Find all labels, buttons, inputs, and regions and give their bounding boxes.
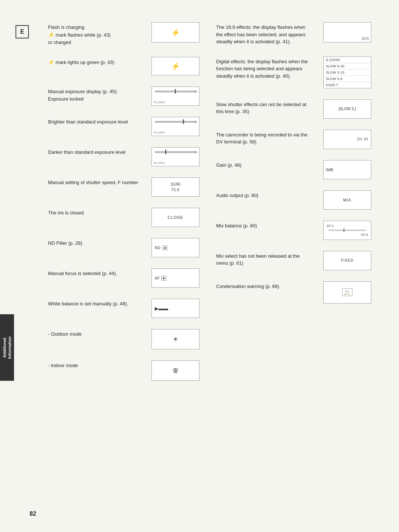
entry-exposure-locked: Manual exposure display (p. 45): Exposur…	[48, 87, 205, 106]
wb-box: ▶▬▬	[151, 299, 200, 318]
page: E Additional Information Flash is chargi…	[0, 0, 399, 532]
elock-marker-r	[183, 119, 184, 124]
elock-bar-container-r: ▷	[155, 121, 196, 123]
st2-label: ST-2	[361, 233, 368, 237]
gain-box: 0dB	[323, 160, 371, 179]
main-content: Flash is charging ⚡ mark flashes white (…	[48, 22, 377, 392]
169-box: 16:9	[323, 22, 371, 43]
indoor-symbol: ⚢	[173, 367, 178, 374]
indoor-text: - Indoor mode	[48, 360, 140, 369]
exposure-locked-text: Manual exposure display (p. 45): Exposur…	[48, 87, 140, 102]
shutter-text: Manual setting of shutter speed, F numbe…	[48, 177, 140, 186]
elock-text-r: E.LOCK	[154, 131, 165, 134]
nd-indicator: ■	[163, 245, 167, 250]
entry-indoor: - Indoor mode ⚢	[48, 360, 205, 381]
slow-shutter-icon: [SLOW S.]	[318, 99, 377, 119]
elock-bar-track: ▷	[155, 91, 196, 92]
slow-shutter-text: Slow shutter effects can not be selected…	[216, 99, 312, 115]
st-box: ST-1 ST-2	[323, 221, 371, 240]
mix-balance-icon: ST-1 ST-2	[318, 221, 377, 240]
entry-brighter: Brighter than standard exposure level ▷ …	[48, 117, 205, 136]
manual-focus-icon: AF ■	[146, 268, 205, 288]
indoor-icon: ⚢	[146, 360, 205, 381]
entry-shutter: Manual setting of shutter speed, F numbe…	[48, 177, 205, 197]
mix-box: MIX	[323, 190, 371, 210]
flash-green-text: ⚡ mark lights up green (p. 43)	[48, 57, 140, 66]
outdoor-icon: ☀	[146, 329, 205, 349]
slow-s-label: [SLOW S.]	[338, 107, 356, 111]
fixed-label: FIXED	[341, 258, 354, 262]
shutter-value: S1/60F1.6	[171, 182, 180, 193]
elock-marker-l	[165, 150, 166, 154]
de-row-dzoom: D.ZOOM	[324, 57, 371, 63]
flash-charging-text: Flash is charging ⚡ mark flashes white (…	[48, 22, 140, 46]
entry-condensation: Condensation warning (p. 68) 🚬	[216, 281, 377, 304]
af-label: AF	[155, 276, 160, 280]
shutter-box: S1/60F1.6	[151, 177, 200, 197]
indoor-box: ⚢	[151, 360, 200, 381]
elock-bar-track-l: ▷	[155, 151, 196, 153]
st1-label: ST-1	[327, 224, 334, 228]
dv-in-label: DV IN	[357, 137, 368, 141]
condensation-symbol: 🚬	[342, 288, 352, 296]
left-column: Flash is charging ⚡ mark flashes white (…	[48, 22, 212, 392]
condensation-box: 🚬	[323, 281, 371, 304]
de-row-slow15: SLOW S.15	[324, 70, 371, 76]
outdoor-symbol: ☀	[173, 335, 178, 343]
manual-focus-text: Manual focus is selected (p. 44).	[48, 268, 140, 277]
st-slider	[328, 230, 366, 231]
dv-in-box: DV IN	[323, 130, 371, 149]
exposure-locked-icon: ▷ E.LOCK	[146, 87, 205, 106]
flash-green-box: ⚡	[151, 57, 200, 75]
gain-text: Gain (p. 48)	[216, 160, 312, 169]
condensation-text: Condensation warning (p. 68)	[216, 281, 312, 290]
elock-bar-container: ▷	[155, 91, 196, 92]
entry-iris-closed: The iris is closed CLOSE	[48, 208, 205, 227]
brighter-text: Brighter than standard exposure level	[48, 117, 140, 126]
elock-left-box: ▷ E.LOCK	[151, 147, 200, 166]
entry-mix-balance: Mix balance (p. 60) ST-1 ST-2	[216, 221, 377, 240]
mix-select-text: Mix select has not been released at the …	[216, 251, 312, 267]
brighter-icon: ▷ E.LOCK	[146, 117, 205, 136]
sidebar-label-text: Additional Information	[2, 336, 13, 359]
gain-icon: 0dB	[318, 160, 377, 179]
nd-filter-icon: ND ■	[146, 238, 205, 257]
elock-text-l: E.LOCK	[154, 161, 165, 165]
entry-mix-select: Mix select has not been released at the …	[216, 251, 377, 270]
elock-bar-container-l: ▷	[155, 151, 196, 153]
de-row-slow30: SLOW S.30	[324, 63, 371, 70]
white-balance-icon: ▶▬▬	[146, 299, 205, 318]
de-row-slow8: SLOW S.8	[324, 76, 371, 82]
condensation-icon: 🚬	[318, 281, 377, 304]
elock-arrow-r: ▷	[195, 120, 198, 123]
right-column: The 16:9 effects: the display flashes wh…	[212, 22, 377, 392]
entry-white-balance: White balance is set manually (p. 49). ▶…	[48, 299, 205, 318]
audio-output-icon: MIX	[318, 190, 377, 210]
elock-bar-track-r: ▷	[155, 121, 196, 123]
entry-gain: Gain (p. 48) 0dB	[216, 160, 377, 179]
elock-center-box: ▷ E.LOCK	[151, 87, 200, 106]
shutter-icon: S1/60F1.6	[146, 177, 205, 197]
entry-nd-filter: ND Filter (p. 28) ND ■	[48, 238, 205, 257]
nd-label: ND	[155, 246, 160, 250]
flash-green-icon: ⚡	[146, 57, 205, 75]
entry-manual-focus: Manual focus is selected (p. 44). AF ■	[48, 268, 205, 288]
gain-label: 0dB	[326, 167, 333, 172]
169-effects-text: The 16:9 effects: the display flashes wh…	[216, 22, 312, 45]
af-box: AF ■	[151, 268, 200, 288]
entry-slow-shutter: Slow shutter effects can not be selected…	[216, 99, 377, 119]
wb-symbol: ▶▬▬	[155, 306, 168, 311]
elock-right-box: ▷ E.LOCK	[151, 117, 200, 136]
fixed-box: FIXED	[323, 251, 371, 270]
entry-169-effects: The 16:9 effects: the display flashes wh…	[216, 22, 377, 45]
169-label: 16:9	[362, 37, 369, 41]
dv-terminal-text: The camcorder is being recorded to via t…	[216, 130, 312, 146]
mix-balance-text: Mix balance (p. 60)	[216, 221, 312, 230]
darker-icon: ▷ E.LOCK	[146, 147, 205, 166]
entry-audio-output: Audio output (p. 60) MIX	[216, 190, 377, 210]
darker-text: Darker than standard exposure level	[48, 147, 140, 156]
audio-output-text: Audio output (p. 60)	[216, 190, 312, 199]
close-box: CLOSE	[151, 208, 200, 227]
169-effects-icon: 16:9	[318, 22, 377, 43]
elock-text: E.LOCK	[154, 101, 165, 104]
